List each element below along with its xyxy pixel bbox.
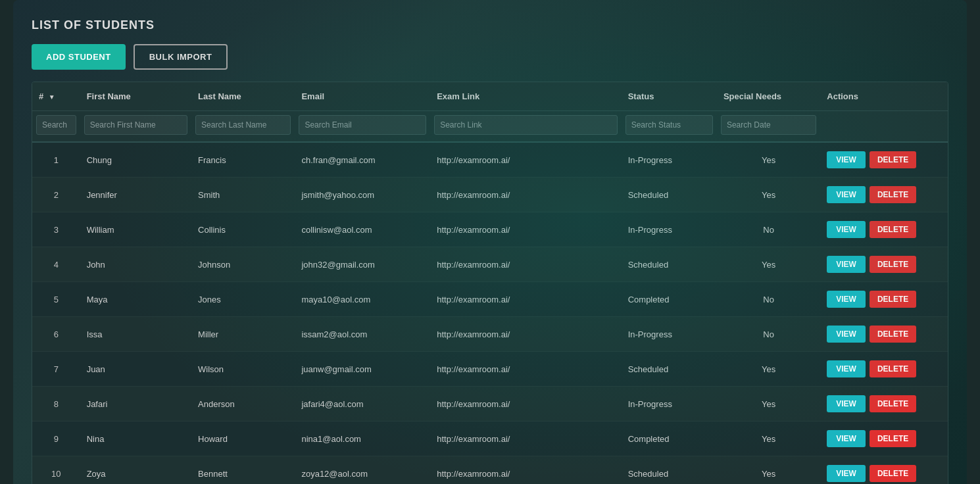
cell-num: 3 — [32, 212, 80, 247]
cell-email: nina1@aol.com — [295, 422, 430, 456]
cell-actions: VIEW DELETE — [820, 247, 948, 282]
cell-num: 6 — [32, 317, 80, 352]
cell-status: In-Progress — [622, 317, 717, 352]
cell-actions: VIEW DELETE — [820, 178, 948, 212]
table-search-row — [32, 111, 948, 143]
cell-special: No — [717, 282, 820, 317]
search-status-cell — [622, 111, 717, 143]
cell-actions: VIEW DELETE — [820, 422, 948, 456]
view-button[interactable]: VIEW — [827, 256, 866, 273]
cell-num: 7 — [32, 352, 80, 387]
view-button[interactable]: VIEW — [827, 465, 866, 482]
cell-last: Miller — [191, 317, 295, 352]
cell-email: john32@gmail.com — [295, 247, 430, 282]
delete-button[interactable]: DELETE — [870, 326, 916, 343]
cell-num: 1 — [32, 142, 80, 178]
search-first-input[interactable] — [84, 115, 187, 135]
cell-actions: VIEW DELETE — [820, 456, 948, 485]
view-button[interactable]: VIEW — [827, 291, 866, 308]
search-status-input[interactable] — [625, 115, 713, 135]
cell-special: Yes — [717, 247, 820, 282]
search-num-input[interactable] — [36, 115, 76, 135]
col-header-num[interactable]: # ▼ — [32, 82, 80, 111]
search-num-cell — [32, 111, 80, 143]
cell-first: Juan — [80, 352, 191, 387]
cell-email: juanw@gmail.com — [295, 352, 430, 387]
cell-first: Issa — [80, 317, 191, 352]
search-last-input[interactable] — [195, 115, 291, 135]
toolbar: ADD STUDENT BULK IMPORT — [32, 44, 948, 70]
bulk-import-button[interactable]: BULK IMPORT — [134, 44, 228, 70]
delete-button[interactable]: DELETE — [870, 465, 916, 482]
cell-actions: VIEW DELETE — [820, 387, 948, 422]
cell-special: Yes — [717, 422, 820, 456]
view-button[interactable]: VIEW — [827, 221, 866, 238]
cell-last: Collinis — [191, 212, 295, 247]
cell-actions: VIEW DELETE — [820, 282, 948, 317]
cell-actions: VIEW DELETE — [820, 212, 948, 247]
delete-button[interactable]: DELETE — [870, 360, 916, 377]
search-last-cell — [191, 111, 295, 143]
delete-button[interactable]: DELETE — [870, 430, 916, 447]
table-row: 9 Nina Howard nina1@aol.com http://examr… — [32, 422, 948, 456]
cell-last: Wilson — [191, 352, 295, 387]
sort-icon: ▼ — [49, 93, 55, 101]
view-button[interactable]: VIEW — [827, 430, 866, 447]
cell-actions: VIEW DELETE — [820, 352, 948, 387]
delete-button[interactable]: DELETE — [870, 221, 916, 238]
delete-button[interactable]: DELETE — [870, 151, 916, 168]
delete-button[interactable]: DELETE — [870, 291, 916, 308]
delete-button[interactable]: DELETE — [870, 186, 916, 203]
cell-status: Scheduled — [622, 352, 717, 387]
table-row: 3 William Collinis collinisw@aol.com htt… — [32, 212, 948, 247]
search-date-input[interactable] — [721, 115, 816, 135]
students-table: # ▼ First Name Last Name Email Exam Link… — [32, 82, 948, 484]
cell-num: 8 — [32, 387, 80, 422]
cell-link: http://examroom.ai/ — [430, 178, 622, 212]
cell-num: 4 — [32, 247, 80, 282]
cell-email: issam2@aol.com — [295, 317, 430, 352]
cell-status: Completed — [622, 282, 717, 317]
view-button[interactable]: VIEW — [827, 186, 866, 203]
add-student-button[interactable]: ADD STUDENT — [32, 44, 126, 70]
cell-last: Bennett — [191, 456, 295, 485]
search-email-input[interactable] — [299, 115, 426, 135]
table-header-row: # ▼ First Name Last Name Email Exam Link… — [32, 82, 948, 111]
cell-status: Scheduled — [622, 247, 717, 282]
cell-last: Anderson — [191, 387, 295, 422]
main-container: LIST OF STUDENTS ADD STUDENT BULK IMPORT… — [13, 0, 967, 484]
view-button[interactable]: VIEW — [827, 326, 866, 343]
cell-actions: VIEW DELETE — [820, 317, 948, 352]
cell-link: http://examroom.ai/ — [430, 212, 622, 247]
table-row: 10 Zoya Bennett zoya12@aol.com http://ex… — [32, 456, 948, 485]
cell-first: Zoya — [80, 456, 191, 485]
table-row: 6 Issa Miller issam2@aol.com http://exam… — [32, 317, 948, 352]
col-header-first: First Name — [80, 82, 191, 111]
cell-num: 9 — [32, 422, 80, 456]
delete-button[interactable]: DELETE — [870, 395, 916, 412]
table-body: 1 Chung Francis ch.fran@gmail.com http:/… — [32, 142, 948, 484]
cell-link: http://examroom.ai/ — [430, 142, 622, 178]
table-row: 7 Juan Wilson juanw@gmail.com http://exa… — [32, 352, 948, 387]
search-first-cell — [80, 111, 191, 143]
cell-link: http://examroom.ai/ — [430, 422, 622, 456]
cell-status: In-Progress — [622, 212, 717, 247]
search-link-input[interactable] — [434, 115, 618, 135]
students-table-wrapper: # ▼ First Name Last Name Email Exam Link… — [32, 82, 948, 484]
cell-num: 2 — [32, 178, 80, 212]
view-button[interactable]: VIEW — [827, 360, 866, 377]
view-button[interactable]: VIEW — [827, 151, 866, 168]
cell-email: jsmith@yahoo.com — [295, 178, 430, 212]
cell-first: Jennifer — [80, 178, 191, 212]
cell-status: In-Progress — [622, 142, 717, 178]
view-button[interactable]: VIEW — [827, 395, 866, 412]
cell-status: In-Progress — [622, 387, 717, 422]
table-row: 2 Jennifer Smith jsmith@yahoo.com http:/… — [32, 178, 948, 212]
table-row: 5 Maya Jones maya10@aol.com http://examr… — [32, 282, 948, 317]
search-special-cell — [717, 111, 820, 143]
cell-link: http://examroom.ai/ — [430, 456, 622, 485]
cell-email: ch.fran@gmail.com — [295, 142, 430, 178]
delete-button[interactable]: DELETE — [870, 256, 916, 273]
cell-first: Jafari — [80, 387, 191, 422]
cell-special: No — [717, 317, 820, 352]
